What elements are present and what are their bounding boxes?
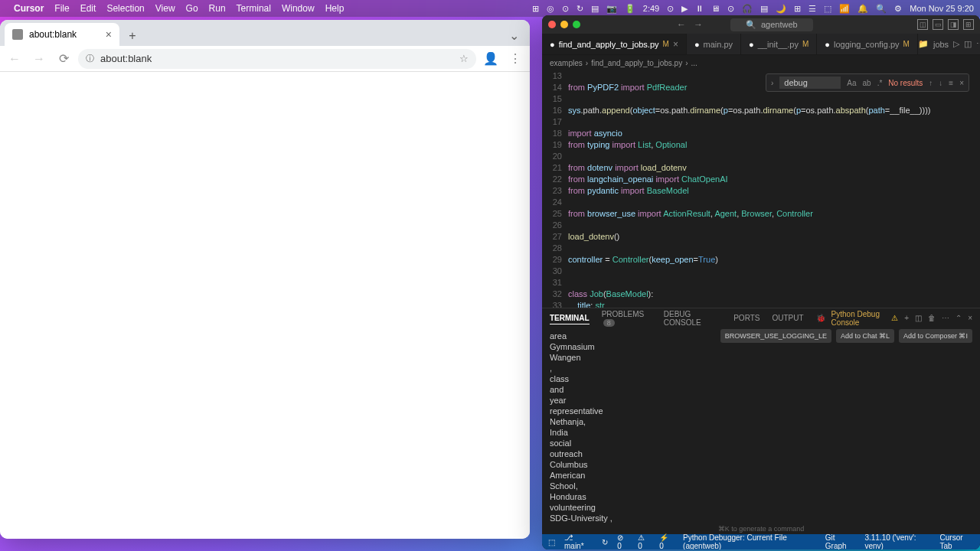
tray-icon[interactable]: 🔍 xyxy=(876,4,887,14)
browser-tab[interactable]: about:blank × xyxy=(5,23,119,46)
close-find-icon[interactable]: × xyxy=(959,79,964,87)
folder-icon[interactable]: 📁 xyxy=(918,39,929,49)
back-button[interactable]: ← xyxy=(5,49,24,69)
site-info-icon[interactable]: ⓘ xyxy=(86,53,94,64)
tray-icon[interactable]: ⊞ xyxy=(532,4,539,14)
nav-forward-icon[interactable]: → xyxy=(694,19,703,30)
layout-icon[interactable]: ▭ xyxy=(933,19,943,30)
tray-icon[interactable]: ⏸ xyxy=(695,4,704,13)
tray-icon[interactable]: 🌙 xyxy=(776,4,786,14)
maximize-window-button[interactable] xyxy=(573,21,580,28)
find-in-selection-icon[interactable]: ≡ xyxy=(949,79,953,87)
tray-icon[interactable]: ⬚ xyxy=(824,4,831,14)
close-tab-icon[interactable]: × xyxy=(673,39,678,50)
tray-icon[interactable]: 🎧 xyxy=(742,4,753,14)
file-tab[interactable]: ● logging_config.py M xyxy=(817,34,918,54)
tray-icon[interactable]: 📶 xyxy=(839,4,850,14)
forward-button[interactable]: → xyxy=(29,49,49,69)
cursor-tab[interactable]: Cursor Tab xyxy=(940,533,974,549)
menu-file[interactable]: File xyxy=(54,3,69,14)
whole-word-icon[interactable]: ab xyxy=(863,79,871,87)
close-window-button[interactable] xyxy=(548,21,556,28)
menu-view[interactable]: View xyxy=(155,3,175,14)
kill-terminal-icon[interactable]: 🗑 xyxy=(928,314,936,322)
find-input[interactable] xyxy=(779,77,841,89)
menu-go[interactable]: Go xyxy=(186,3,198,14)
file-tab[interactable]: ● find_and_apply_to_jobs.py M × xyxy=(542,34,687,54)
remote-icon[interactable]: ⬚ xyxy=(548,538,555,546)
next-match-icon[interactable]: ↓ xyxy=(939,79,942,87)
env-var-pill[interactable]: BROWSER_USE_LOGGING_LE xyxy=(720,329,831,343)
add-composer-button[interactable]: Add to Composer ⌘I xyxy=(899,329,972,343)
tray-icon[interactable]: ▤ xyxy=(591,4,599,14)
tray-icon[interactable]: ◎ xyxy=(547,4,554,14)
other-count[interactable]: ⚡ 0 xyxy=(659,533,674,549)
layout-icon[interactable]: ◫ xyxy=(917,19,928,30)
tray-icon[interactable]: 🔋 xyxy=(625,4,635,14)
menu-run[interactable]: Run xyxy=(209,3,226,14)
layout-icon[interactable]: ⊞ xyxy=(963,19,974,30)
breadcrumb[interactable]: examples › find_and_apply_to_jobs.py › .… xyxy=(542,55,980,70)
debugger-config[interactable]: Python Debugger: Current File (agentweb) xyxy=(683,533,816,549)
menu-terminal[interactable]: Terminal xyxy=(237,3,271,14)
tray-icon[interactable]: ↻ xyxy=(577,4,583,14)
tray-icon[interactable]: ⊞ xyxy=(794,4,801,14)
tray-icon[interactable]: ⊙ xyxy=(667,4,674,14)
find-toggle-icon[interactable]: › xyxy=(771,79,773,87)
code-content[interactable]: from PyPDF2 import PdfReader sys.path.ap… xyxy=(568,70,980,308)
tab-output[interactable]: OUTPUT xyxy=(772,312,803,324)
split-terminal-icon[interactable]: ◫ xyxy=(915,314,922,322)
tray-icon[interactable]: 🔔 xyxy=(858,4,868,14)
tray-icon[interactable]: ⊙ xyxy=(562,4,569,14)
menu-edit[interactable]: Edit xyxy=(80,3,96,14)
url-input[interactable]: ⓘ about:blank ☆ xyxy=(78,49,476,69)
minimize-window-button[interactable] xyxy=(560,21,568,28)
tray-icon[interactable]: ⊙ xyxy=(727,4,734,14)
add-chat-button[interactable]: Add to Chat ⌘L xyxy=(836,329,894,343)
file-tab[interactable]: ● __init__.py M xyxy=(741,34,817,54)
file-tab[interactable]: ● main.py xyxy=(687,34,741,54)
tray-icon[interactable]: ▶ xyxy=(681,4,688,14)
datetime[interactable]: Mon Nov 25 9:20 xyxy=(910,4,974,13)
tray-icon[interactable]: 📷 xyxy=(606,4,617,14)
control-center-icon[interactable]: ⚙ xyxy=(894,4,902,14)
tray-icon[interactable]: ☰ xyxy=(808,4,816,14)
menu-selection[interactable]: Selection xyxy=(106,3,144,14)
python-interpreter[interactable]: 3.11.10 ('venv': venv) xyxy=(864,533,930,549)
new-terminal-icon[interactable]: + xyxy=(904,314,909,322)
warnings-count[interactable]: ⚠ 0 xyxy=(638,533,650,549)
more-icon[interactable]: ⋯ xyxy=(976,39,980,49)
tab-problems[interactable]: PROBLEMS 8 xyxy=(602,308,652,328)
git-graph[interactable]: Git Graph xyxy=(825,533,856,549)
sync-icon[interactable]: ↻ xyxy=(602,538,608,546)
tab-ports[interactable]: PORTS xyxy=(733,312,760,324)
terminal[interactable]: BROWSER_USE_LOGGING_LE Add to Chat ⌘L Ad… xyxy=(542,328,980,523)
tab-terminal[interactable]: TERMINAL xyxy=(550,312,590,324)
regex-icon[interactable]: .* xyxy=(877,79,883,87)
command-search[interactable]: 🔍 agentweb xyxy=(730,18,813,31)
menu-window[interactable]: Window xyxy=(282,3,315,14)
maximize-panel-icon[interactable]: ⌃ xyxy=(956,314,962,322)
close-tab-icon[interactable]: × xyxy=(106,28,112,41)
run-icon[interactable]: ▷ xyxy=(953,39,959,49)
code-editor[interactable]: 1314151617181920212223242526272829303132… xyxy=(542,70,980,308)
app-name[interactable]: Cursor xyxy=(14,3,44,14)
menu-help[interactable]: Help xyxy=(325,3,345,14)
menu-icon[interactable]: ⋮ xyxy=(505,49,525,69)
split-icon[interactable]: ◫ xyxy=(964,39,972,49)
nav-back-icon[interactable]: ← xyxy=(677,19,686,30)
tab-debug-console[interactable]: DEBUG CONSOLE xyxy=(664,308,721,328)
more-icon[interactable]: ⋯ xyxy=(942,314,949,322)
new-tab-button[interactable]: + xyxy=(122,26,142,46)
battery-time[interactable]: 2:49 xyxy=(643,4,659,13)
git-branch[interactable]: ⎇ main* xyxy=(564,533,593,549)
prev-match-icon[interactable]: ↑ xyxy=(929,79,933,87)
bookmark-icon[interactable]: ☆ xyxy=(459,53,469,64)
match-case-icon[interactable]: Aa xyxy=(847,79,856,87)
reload-button[interactable]: ⟳ xyxy=(54,49,74,69)
tray-icon[interactable]: ▤ xyxy=(760,4,768,14)
tab-dropdown-icon[interactable]: ⌄ xyxy=(503,25,525,46)
debug-console-label[interactable]: Python Debug Console xyxy=(831,310,886,327)
profile-icon[interactable]: 👤 xyxy=(481,49,501,69)
layout-icon[interactable]: ◨ xyxy=(948,19,959,30)
